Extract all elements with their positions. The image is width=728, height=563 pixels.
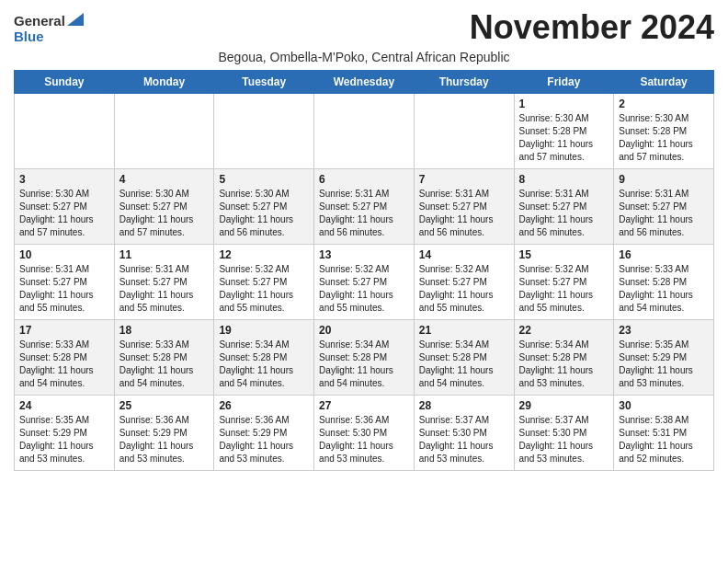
page: General Blue November 2024 Begoua, Ombel… [0,0,728,485]
calendar-cell-w4d2: 18Sunrise: 5:33 AM Sunset: 5:28 PM Dayli… [114,319,214,395]
calendar-cell-w1d3 [214,93,314,168]
calendar-cell-w2d1: 3Sunrise: 5:30 AM Sunset: 5:27 PM Daylig… [15,168,115,244]
calendar-cell-w5d1: 24Sunrise: 5:35 AM Sunset: 5:29 PM Dayli… [15,395,115,470]
day-number: 25 [119,399,210,412]
col-saturday: Saturday [614,70,714,93]
col-monday: Monday [114,70,214,93]
week-row-5: 24Sunrise: 5:35 AM Sunset: 5:29 PM Dayli… [15,395,714,470]
day-number: 1 [519,98,609,110]
calendar-cell-w1d5 [414,93,514,168]
calendar-cell-w5d4: 27Sunrise: 5:36 AM Sunset: 5:30 PM Dayli… [314,395,415,470]
day-info: Sunrise: 5:35 AM Sunset: 5:29 PM Dayligh… [19,414,109,465]
calendar-cell-w4d5: 21Sunrise: 5:34 AM Sunset: 5:28 PM Dayli… [414,319,514,395]
month-title: November 2024 [470,9,714,46]
day-info: Sunrise: 5:30 AM Sunset: 5:27 PM Dayligh… [119,188,210,239]
day-info: Sunrise: 5:31 AM Sunset: 5:27 PM Dayligh… [619,188,709,239]
calendar-cell-w2d3: 5Sunrise: 5:30 AM Sunset: 5:27 PM Daylig… [214,168,314,244]
calendar-cell-w1d7: 2Sunrise: 5:30 AM Sunset: 5:28 PM Daylig… [614,93,714,168]
day-number: 21 [419,324,509,337]
week-row-2: 3Sunrise: 5:30 AM Sunset: 5:27 PM Daylig… [15,168,714,244]
day-info: Sunrise: 5:34 AM Sunset: 5:28 PM Dayligh… [319,339,409,390]
calendar-cell-w4d7: 23Sunrise: 5:35 AM Sunset: 5:29 PM Dayli… [614,319,714,395]
day-info: Sunrise: 5:37 AM Sunset: 5:30 PM Dayligh… [519,414,609,465]
day-number: 17 [19,324,109,337]
col-wednesday: Wednesday [314,70,415,93]
day-info: Sunrise: 5:31 AM Sunset: 5:27 PM Dayligh… [319,188,409,239]
day-number: 8 [519,173,609,186]
calendar-cell-w4d4: 20Sunrise: 5:34 AM Sunset: 5:28 PM Dayli… [314,319,415,395]
col-tuesday: Tuesday [214,70,314,93]
day-info: Sunrise: 5:30 AM Sunset: 5:28 PM Dayligh… [519,112,609,164]
day-number: 20 [319,324,409,337]
day-number: 18 [119,324,210,337]
calendar-cell-w1d2 [114,93,214,168]
day-number: 7 [419,173,509,186]
day-info: Sunrise: 5:38 AM Sunset: 5:31 PM Dayligh… [619,414,709,465]
day-number: 3 [19,173,109,186]
calendar-cell-w5d3: 26Sunrise: 5:36 AM Sunset: 5:29 PM Dayli… [214,395,314,470]
calendar-cell-w2d5: 7Sunrise: 5:31 AM Sunset: 5:27 PM Daylig… [414,168,514,244]
calendar-header-row: Sunday Monday Tuesday Wednesday Thursday… [15,70,714,93]
day-info: Sunrise: 5:30 AM Sunset: 5:27 PM Dayligh… [219,188,309,239]
day-number: 16 [619,248,709,261]
day-info: Sunrise: 5:32 AM Sunset: 5:27 PM Dayligh… [219,263,309,315]
day-info: Sunrise: 5:35 AM Sunset: 5:29 PM Dayligh… [619,339,709,390]
day-number: 4 [119,173,210,186]
calendar-cell-w4d3: 19Sunrise: 5:34 AM Sunset: 5:28 PM Dayli… [214,319,314,395]
calendar-table: Sunday Monday Tuesday Wednesday Thursday… [14,70,714,471]
calendar-cell-w3d4: 13Sunrise: 5:32 AM Sunset: 5:27 PM Dayli… [314,244,415,319]
day-number: 26 [219,399,309,412]
day-number: 29 [519,399,609,412]
calendar-cell-w4d1: 17Sunrise: 5:33 AM Sunset: 5:28 PM Dayli… [15,319,115,395]
calendar-cell-w3d2: 11Sunrise: 5:31 AM Sunset: 5:27 PM Dayli… [114,244,214,319]
calendar-cell-w3d5: 14Sunrise: 5:32 AM Sunset: 5:27 PM Dayli… [414,244,514,319]
day-number: 5 [219,173,309,186]
day-info: Sunrise: 5:36 AM Sunset: 5:29 PM Dayligh… [119,414,210,465]
calendar-cell-w5d5: 28Sunrise: 5:37 AM Sunset: 5:30 PM Dayli… [414,395,514,470]
day-number: 13 [319,248,409,261]
calendar-cell-w5d6: 29Sunrise: 5:37 AM Sunset: 5:30 PM Dayli… [514,395,614,470]
day-info: Sunrise: 5:30 AM Sunset: 5:27 PM Dayligh… [19,188,109,239]
day-info: Sunrise: 5:31 AM Sunset: 5:27 PM Dayligh… [419,188,509,239]
calendar-cell-w3d6: 15Sunrise: 5:32 AM Sunset: 5:27 PM Dayli… [514,244,614,319]
title-block: November 2024 [470,9,714,46]
day-number: 27 [319,399,409,412]
day-info: Sunrise: 5:31 AM Sunset: 5:27 PM Dayligh… [19,263,109,315]
day-info: Sunrise: 5:34 AM Sunset: 5:28 PM Dayligh… [419,339,509,390]
day-number: 28 [419,399,509,412]
day-number: 30 [619,399,709,412]
calendar-cell-w1d4 [314,93,415,168]
calendar-cell-w5d2: 25Sunrise: 5:36 AM Sunset: 5:29 PM Dayli… [114,395,214,470]
day-number: 2 [619,98,709,110]
calendar-cell-w2d7: 9Sunrise: 5:31 AM Sunset: 5:27 PM Daylig… [614,168,714,244]
day-number: 10 [19,248,109,261]
week-row-3: 10Sunrise: 5:31 AM Sunset: 5:27 PM Dayli… [15,244,714,319]
day-number: 23 [619,324,709,337]
week-row-1: 1Sunrise: 5:30 AM Sunset: 5:28 PM Daylig… [15,93,714,168]
col-friday: Friday [514,70,614,93]
day-number: 24 [19,399,109,412]
day-info: Sunrise: 5:32 AM Sunset: 5:27 PM Dayligh… [519,263,609,315]
day-info: Sunrise: 5:32 AM Sunset: 5:27 PM Dayligh… [419,263,509,315]
col-thursday: Thursday [414,70,514,93]
day-info: Sunrise: 5:36 AM Sunset: 5:30 PM Dayligh… [319,414,409,465]
subtitle: Begoua, Ombella-M'Poko, Central African … [14,50,714,64]
calendar-cell-w2d4: 6Sunrise: 5:31 AM Sunset: 5:27 PM Daylig… [314,168,415,244]
day-info: Sunrise: 5:34 AM Sunset: 5:28 PM Dayligh… [219,339,309,390]
day-number: 15 [519,248,609,261]
calendar-cell-w3d3: 12Sunrise: 5:32 AM Sunset: 5:27 PM Dayli… [214,244,314,319]
svg-marker-0 [67,13,84,26]
day-info: Sunrise: 5:31 AM Sunset: 5:27 PM Dayligh… [519,188,609,239]
calendar-cell-w2d6: 8Sunrise: 5:31 AM Sunset: 5:27 PM Daylig… [514,168,614,244]
day-number: 12 [219,248,309,261]
day-info: Sunrise: 5:34 AM Sunset: 5:28 PM Dayligh… [519,339,609,390]
day-info: Sunrise: 5:33 AM Sunset: 5:28 PM Dayligh… [619,263,709,315]
day-number: 22 [519,324,609,337]
week-row-4: 17Sunrise: 5:33 AM Sunset: 5:28 PM Dayli… [15,319,714,395]
calendar-cell-w3d7: 16Sunrise: 5:33 AM Sunset: 5:28 PM Dayli… [614,244,714,319]
day-info: Sunrise: 5:32 AM Sunset: 5:27 PM Dayligh… [319,263,409,315]
day-info: Sunrise: 5:33 AM Sunset: 5:28 PM Dayligh… [19,339,109,390]
day-info: Sunrise: 5:33 AM Sunset: 5:28 PM Dayligh… [119,339,210,390]
calendar-cell-w1d1 [15,93,115,168]
day-number: 9 [619,173,709,186]
